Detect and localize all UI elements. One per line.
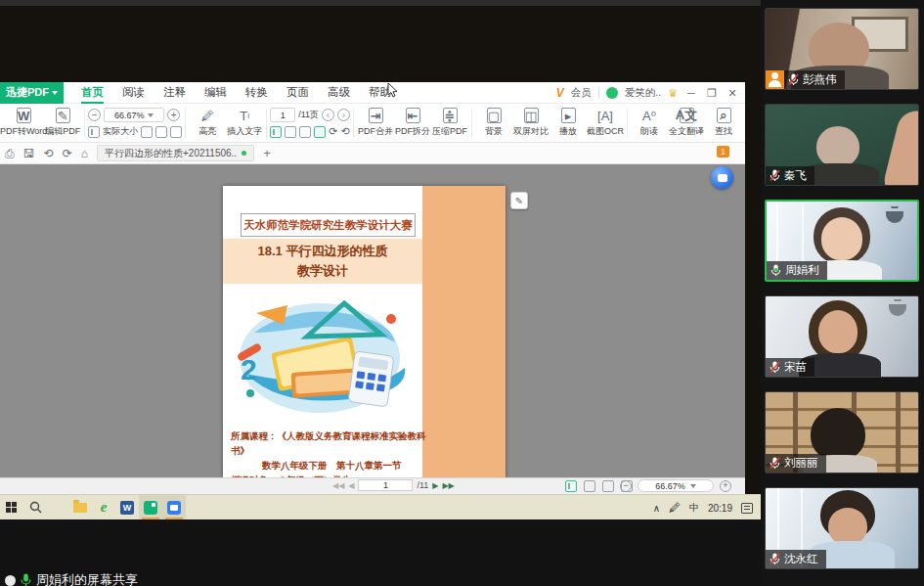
zoom-in-button[interactable]: +: [167, 109, 180, 121]
undo-icon[interactable]: ⟲: [44, 148, 54, 159]
participant-tile-active-speaker[interactable]: 周娟利: [765, 200, 919, 282]
compress-pdf-button[interactable]: ≑ 压缩PDF: [431, 108, 468, 138]
two-page-view-icon[interactable]: [285, 126, 296, 138]
continuous-view-icon[interactable]: [299, 126, 311, 138]
page-number-input[interactable]: [270, 108, 295, 122]
background-button[interactable]: ▢ 背景: [475, 108, 512, 138]
prev-page-button[interactable]: ◀: [348, 481, 354, 490]
participant-nametag: 沈永红: [766, 550, 826, 568]
pen-input-icon[interactable]: 🖉: [669, 501, 681, 515]
ie-icon: e: [101, 499, 108, 516]
tab-annotate[interactable]: 注释: [163, 82, 186, 104]
edit-pdf-button[interactable]: ✎ 编辑PDF: [44, 108, 81, 138]
quick-annotate-button[interactable]: ✎: [510, 192, 528, 209]
tab-home[interactable]: 首页: [81, 82, 104, 104]
windows-logo-icon: [6, 502, 18, 514]
app-logo[interactable]: 迅捷PDF: [0, 82, 64, 104]
floating-assistant-button[interactable]: [711, 166, 733, 189]
tab-convert[interactable]: 转换: [245, 82, 268, 104]
user-name[interactable]: 爱笑的..: [625, 86, 661, 100]
document-tab[interactable]: 平行四边形的性质+20211506..: [97, 145, 254, 161]
single-page-view-icon[interactable]: [565, 480, 577, 492]
play-button[interactable]: ▸ 播放: [550, 108, 587, 138]
host-badge: [766, 70, 784, 89]
actual-size-button[interactable]: 实际大小: [103, 125, 138, 138]
participant-tile[interactable]: 彭燕伟: [765, 8, 919, 90]
participant-tile[interactable]: 宋苗: [765, 295, 919, 378]
find-button[interactable]: ⌕ 查找: [705, 108, 742, 138]
minimize-button[interactable]: ─: [684, 87, 698, 99]
pdf-to-word-button[interactable]: W PDF转Word: [3, 108, 44, 138]
split-icon: ⇤: [406, 108, 420, 123]
compare-button[interactable]: ◫ 双屏对比: [512, 108, 550, 138]
redo-icon[interactable]: ⟳: [63, 148, 72, 159]
two-page-view-icon[interactable]: [584, 480, 595, 492]
save-icon[interactable]: 🖫: [23, 148, 35, 159]
toolbar-divider: [353, 109, 354, 138]
close-button[interactable]: ✕: [726, 87, 739, 100]
tab-page[interactable]: 页面: [286, 82, 309, 104]
participant-name: 宋苗: [784, 360, 807, 375]
zoom-group: − 66.67% + 实际大小: [88, 108, 182, 138]
document-viewer[interactable]: 天水师范学院研究生教学设计大赛 18.1 平行四边形的性质 教学设计: [0, 164, 745, 477]
participant-tile[interactable]: 沈永红: [765, 487, 919, 569]
participant-tile[interactable]: 秦飞: [765, 104, 919, 186]
zoom-in-button[interactable]: +: [720, 480, 731, 492]
new-tab-button[interactable]: +: [263, 146, 271, 160]
restore-button[interactable]: ❐: [705, 87, 719, 100]
notification-center-icon[interactable]: [741, 503, 753, 514]
tray-expand-button[interactable]: ∧: [653, 503, 660, 514]
next-page-button[interactable]: ›: [337, 109, 350, 121]
insert-text-label: 插入文字: [227, 125, 262, 138]
app-logo-label: 迅捷PDF: [6, 85, 49, 100]
pdf-page[interactable]: 天水师范学院研究生教学设计大赛 18.1 平行四边形的性质 教学设计: [223, 186, 506, 477]
statusbar-page-input[interactable]: [358, 479, 413, 491]
pdf-merge-button[interactable]: ⇥ PDF合并: [357, 108, 394, 138]
rotate-left-icon[interactable]: ⟲: [340, 125, 349, 138]
browser-button[interactable]: e: [92, 495, 115, 519]
fit-visible-icon[interactable]: [155, 126, 167, 138]
zoom-out-button[interactable]: −: [620, 480, 632, 492]
screenshot-ocr-button[interactable]: [A] 截图OCR: [587, 108, 624, 138]
member-link[interactable]: 会员: [571, 86, 592, 100]
toolbar-divider: [266, 109, 267, 138]
clock[interactable]: 20:19: [708, 503, 732, 514]
zoom-out-button[interactable]: −: [88, 109, 101, 121]
notification-badge[interactable]: 1: [717, 146, 729, 158]
translate-button[interactable]: A文 全文翻译: [668, 108, 705, 138]
screenshot-ocr-label: 截图OCR: [587, 125, 624, 138]
zoom-level-value: 66.67%: [655, 481, 685, 491]
ribbon-tabs: 首页 阅读 注释 编辑 转换 页面 高级 帮助: [81, 82, 391, 104]
participant-tile[interactable]: 刘丽丽: [765, 391, 919, 473]
prev-page-button[interactable]: ‹: [322, 109, 334, 121]
input-language-indicator[interactable]: 中: [689, 501, 699, 515]
last-page-button[interactable]: ▶▶: [442, 481, 454, 490]
highlight-button[interactable]: 🖉 高亮: [189, 108, 226, 138]
pdf-app-taskbar-button[interactable]: [139, 495, 162, 519]
tab-advanced[interactable]: 高级: [328, 82, 350, 104]
rotate-right-icon[interactable]: ⟳: [329, 125, 337, 138]
zoom-level-dropdown[interactable]: 66.67%: [104, 108, 164, 122]
word-button[interactable]: W: [115, 495, 139, 519]
fit-view-icon[interactable]: [314, 126, 326, 138]
fit-width-icon[interactable]: [88, 126, 100, 138]
participants-sidebar: 彭燕伟 秦飞 周娟利: [761, 0, 924, 586]
file-explorer-button[interactable]: [68, 495, 92, 519]
start-button[interactable]: [0, 495, 23, 519]
zoom-level-dropdown[interactable]: 66.67%: [638, 479, 714, 492]
single-page-view-icon[interactable]: [270, 126, 282, 138]
stamp-icon[interactable]: ⎙: [5, 148, 15, 159]
tab-read[interactable]: 阅读: [122, 82, 145, 104]
pdf-split-button[interactable]: ⇤ PDF拆分: [394, 108, 431, 138]
taskbar-search-button[interactable]: [23, 495, 47, 519]
read-aloud-button[interactable]: A⁰ 朗读: [631, 108, 668, 138]
continuous-view-icon[interactable]: [602, 480, 614, 492]
first-page-button[interactable]: ◀◀: [332, 481, 344, 490]
text-mode-icon[interactable]: [170, 126, 182, 138]
home-icon[interactable]: ⌂: [81, 148, 88, 159]
fit-page-icon[interactable]: [141, 126, 153, 138]
tab-edit[interactable]: 编辑: [204, 82, 227, 104]
next-page-button[interactable]: ▶: [432, 481, 438, 490]
meeting-app-taskbar-button[interactable]: [162, 495, 186, 519]
insert-text-button[interactable]: TI 插入文字: [226, 108, 263, 138]
